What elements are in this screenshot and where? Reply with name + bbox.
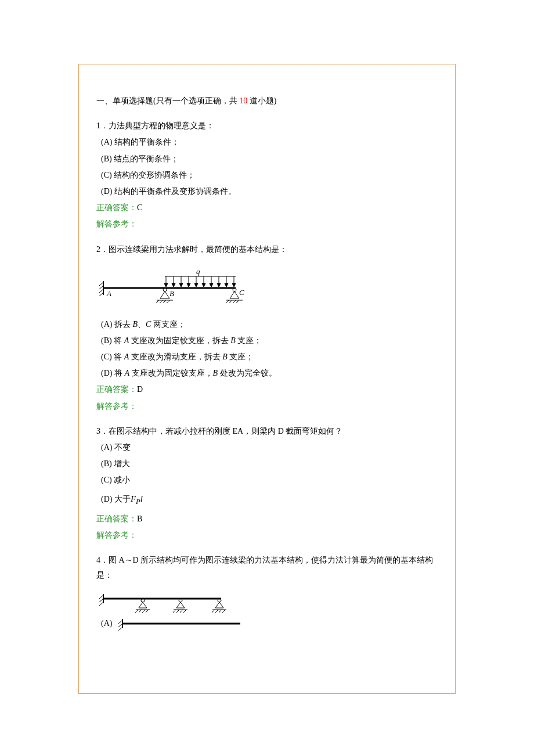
svg-line-71 — [118, 627, 122, 631]
q2-beam-diagram: q — [96, 268, 438, 308]
svg-line-51 — [142, 610, 145, 613]
q3-explain-label: 解答参考： — [96, 528, 438, 542]
q3-option-c: (C) 减小 — [101, 473, 438, 487]
svg-marker-61 — [215, 602, 223, 608]
svg-line-58 — [180, 610, 183, 613]
svg-marker-8 — [187, 283, 190, 287]
q3-option-b: (B) 增大 — [101, 456, 438, 471]
svg-line-45 — [99, 602, 103, 606]
q1-option-a: (A) 结构的平衡条件； — [101, 135, 438, 149]
svg-line-26 — [99, 293, 103, 296]
svg-line-39 — [233, 300, 236, 303]
svg-marker-54 — [176, 602, 185, 608]
svg-line-44 — [99, 599, 103, 602]
q2-explain-label: 解答参考： — [96, 399, 438, 413]
q1-stem: 1．力法典型方程的物理意义是： — [96, 118, 438, 133]
svg-line-50 — [139, 610, 142, 613]
q2-stem: 2．图示连续梁用力法求解时，最简便的基本结构是： — [96, 242, 438, 257]
svg-line-52 — [146, 610, 149, 613]
q3-answer-label: 正确答案： — [96, 514, 137, 523]
svg-line-56 — [173, 610, 176, 613]
svg-marker-16 — [217, 283, 221, 287]
svg-line-24 — [99, 286, 103, 289]
q1-option-c: (C) 结构的变形协调条件； — [101, 168, 438, 182]
svg-marker-35 — [230, 291, 239, 298]
q1-option-d: (D) 结构的平衡条件及变形协调条件。 — [101, 184, 438, 199]
q1-answer-value: C — [137, 203, 142, 212]
svg-line-33 — [167, 300, 169, 303]
svg-marker-28 — [160, 291, 169, 298]
q3-option-d: (D) 大于FPl — [101, 491, 438, 509]
svg-line-65 — [219, 610, 222, 613]
section-title-suffix: 道小题) — [247, 96, 276, 105]
q2-option-c: (C) 将 A 支座改为滑动支座，拆去 B 支座； — [101, 350, 438, 364]
q2-answer: 正确答案：D — [96, 382, 438, 397]
pt-b-label: B — [169, 289, 174, 298]
q1-answer: 正确答案：C — [96, 200, 438, 215]
svg-marker-12 — [202, 283, 205, 287]
svg-marker-10 — [194, 283, 198, 287]
svg-marker-47 — [139, 602, 147, 608]
svg-line-43 — [99, 595, 103, 599]
svg-line-30 — [156, 300, 159, 303]
q2-answer-label: 正确答案： — [96, 385, 137, 394]
svg-line-59 — [183, 610, 186, 613]
page-border: 一、单项选择题(只有一个选项正确，共 10 道小题) 1．力法典型方程的物理意义… — [78, 64, 456, 694]
svg-marker-6 — [179, 283, 183, 287]
q2-option-b: (B) 将 A 支座改为固定铰支座，拆去 B 支座； — [101, 333, 438, 348]
load-label-q: q — [196, 268, 200, 276]
svg-line-69 — [118, 620, 122, 624]
section-title: 一、单项选择题(只有一个选项正确，共 10 道小题) — [96, 93, 438, 108]
question-2: 2．图示连续梁用力法求解时，最简便的基本结构是： q — [96, 242, 438, 413]
svg-line-37 — [226, 300, 229, 303]
q2-answer-value: D — [137, 385, 143, 394]
pt-a-label: A — [106, 289, 111, 298]
svg-line-70 — [118, 624, 122, 627]
q3-stem: 3．在图示结构中，若减小拉杆的刚度 EA，则梁内 D 截面弯矩如何？ — [96, 424, 438, 438]
svg-line-40 — [236, 300, 239, 303]
section-count: 10 — [239, 96, 247, 105]
svg-line-63 — [212, 610, 215, 613]
q4-option-a-label: (A) — [101, 616, 112, 631]
svg-line-25 — [99, 289, 103, 293]
svg-line-23 — [99, 282, 103, 286]
question-1: 1．力法典型方程的物理意义是： (A) 结构的平衡条件； (B) 结点的平衡条件… — [96, 118, 438, 231]
q2-option-a: (A) 拆去 B、C 两支座； — [101, 317, 438, 332]
q4-stem: 4．图 A～D 所示结构均可作为图示连续梁的力法基本结构，使得力法计算最为简便的… — [96, 553, 438, 582]
pt-c-label: C — [239, 288, 244, 297]
svg-line-64 — [215, 610, 218, 613]
svg-line-31 — [160, 300, 163, 303]
q4-beam-diagram-1 — [96, 594, 438, 614]
q1-explain-label: 解答参考： — [96, 217, 438, 231]
svg-line-32 — [163, 300, 166, 303]
formula-fpl: FPl — [131, 494, 143, 503]
svg-marker-20 — [232, 283, 236, 287]
q2-option-d: (D) 将 A 支座改为固定铰支座，B 处改为完全铰。 — [101, 366, 438, 380]
section-title-prefix: 一、单项选择题(只有一个选项正确，共 — [96, 96, 239, 105]
q1-answer-label: 正确答案： — [96, 203, 137, 212]
q3-answer: 正确答案：B — [96, 512, 438, 526]
svg-line-66 — [222, 610, 225, 613]
svg-line-57 — [176, 610, 179, 613]
q4-beam-diagram-a — [116, 618, 243, 631]
svg-line-38 — [229, 300, 232, 303]
svg-marker-14 — [210, 283, 213, 287]
q3-answer-value: B — [137, 514, 142, 523]
q1-option-b: (B) 结点的平衡条件； — [101, 152, 438, 166]
svg-marker-4 — [172, 283, 175, 287]
svg-marker-2 — [164, 283, 168, 287]
question-3: 3．在图示结构中，若减小拉杆的刚度 EA，则梁内 D 截面弯矩如何？ (A) 不… — [96, 424, 438, 543]
svg-marker-18 — [225, 283, 228, 287]
question-4: 4．图 A～D 所示结构均可作为图示连续梁的力法基本结构，使得力法计算最为简便的… — [96, 553, 438, 631]
q4-option-a: (A) — [101, 616, 438, 631]
svg-line-49 — [135, 610, 138, 613]
q3-option-a: (A) 不变 — [101, 440, 438, 455]
